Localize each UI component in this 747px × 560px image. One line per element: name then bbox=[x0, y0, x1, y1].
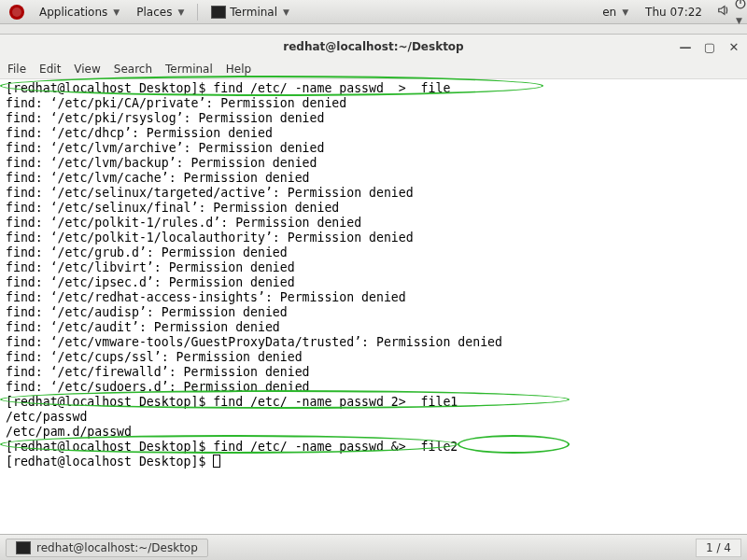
terminal-window: redhat@localhost:~/Desktop — ▢ ✕ File Ed… bbox=[0, 34, 747, 537]
maximize-button[interactable]: ▢ bbox=[702, 39, 717, 54]
minimize-button[interactable]: — bbox=[678, 39, 693, 54]
terminal-cursor bbox=[213, 455, 220, 468]
terminal-output[interactable]: [redhat@localhost Desktop]$ find /etc/ -… bbox=[0, 79, 747, 537]
panel-right: en▼ Thu 07:22 ▼ bbox=[595, 0, 743, 28]
window-controls: — ▢ ✕ bbox=[678, 39, 741, 54]
taskbar-window-button[interactable]: redhat@localhost:~/Desktop bbox=[6, 539, 208, 557]
keyboard-indicator[interactable]: en▼ bbox=[595, 4, 636, 21]
clock[interactable]: Thu 07:22 bbox=[638, 4, 710, 21]
chevron-down-icon: ▼ bbox=[177, 7, 184, 17]
gnome-bottom-panel: redhat@localhost:~/Desktop 1 / 4 bbox=[0, 534, 747, 560]
menu-file[interactable]: File bbox=[7, 63, 26, 76]
terminal-text: [redhat@localhost Desktop]$ find /etc/ -… bbox=[6, 81, 502, 469]
separator bbox=[197, 4, 198, 21]
applications-menu[interactable]: Applications▼ bbox=[32, 4, 127, 21]
annotation-circle bbox=[458, 435, 570, 454]
chevron-down-icon: ▼ bbox=[283, 7, 289, 17]
menu-view[interactable]: View bbox=[74, 63, 100, 76]
menu-help[interactable]: Help bbox=[226, 63, 251, 76]
chevron-down-icon: ▼ bbox=[736, 16, 742, 25]
window-title: redhat@localhost:~/Desktop bbox=[283, 40, 463, 53]
close-button[interactable]: ✕ bbox=[726, 39, 741, 54]
terminal-icon bbox=[16, 541, 31, 554]
volume-icon[interactable] bbox=[712, 2, 726, 21]
workspace-indicator[interactable]: 1 / 4 bbox=[696, 539, 741, 557]
terminal-launcher[interactable]: Terminal▼ bbox=[204, 4, 297, 21]
panel-left: Applications▼ Places▼ Terminal▼ bbox=[4, 3, 297, 21]
menu-search[interactable]: Search bbox=[114, 63, 152, 76]
chevron-down-icon: ▼ bbox=[113, 7, 120, 17]
terminal-icon bbox=[211, 6, 226, 19]
menu-edit[interactable]: Edit bbox=[39, 63, 61, 76]
redhat-icon bbox=[9, 5, 24, 20]
menu-terminal[interactable]: Terminal bbox=[165, 63, 213, 76]
terminal-menubar: File Edit View Search Terminal Help bbox=[0, 59, 747, 79]
power-icon[interactable]: ▼ bbox=[728, 0, 743, 28]
chevron-down-icon: ▼ bbox=[622, 7, 628, 17]
places-menu[interactable]: Places▼ bbox=[129, 4, 191, 21]
gnome-top-panel: Applications▼ Places▼ Terminal▼ en▼ Thu … bbox=[0, 0, 747, 24]
window-titlebar[interactable]: redhat@localhost:~/Desktop — ▢ ✕ bbox=[0, 35, 747, 59]
taskbar-window-title: redhat@localhost:~/Desktop bbox=[36, 541, 198, 554]
activities-icon[interactable] bbox=[4, 3, 30, 21]
